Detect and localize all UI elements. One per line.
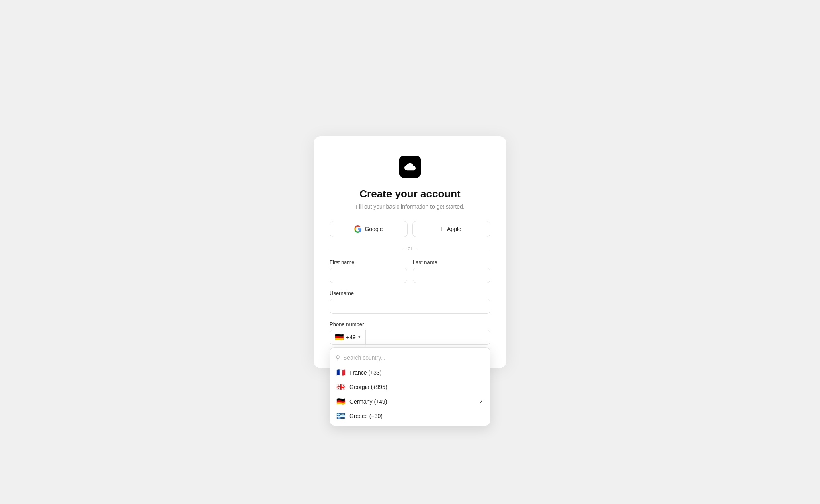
divider: or [330, 245, 490, 251]
flag-france: 🇫🇷 [336, 369, 345, 376]
country-item-greece[interactable]: 🇬🇷 Greece (+30) [330, 409, 490, 423]
username-label: Username [330, 290, 490, 296]
first-name-group: First name [330, 259, 407, 283]
country-name-greece: Greece (+30) [349, 413, 383, 419]
cloud-icon [404, 161, 416, 172]
page-subtitle: Fill out your basic information to get s… [330, 203, 490, 210]
first-name-label: First name [330, 259, 407, 265]
phone-code-display: +49 [346, 334, 356, 340]
divider-left [330, 248, 403, 248]
username-group: Username [330, 290, 490, 314]
country-search-input[interactable] [343, 354, 484, 361]
phone-code-button[interactable]: 🇩🇪 +49 ▾ [330, 330, 366, 344]
google-icon [354, 225, 361, 233]
logo-wrap [330, 156, 490, 178]
last-name-input[interactable] [413, 268, 490, 283]
app-logo [399, 156, 421, 178]
phone-row: 🇩🇪 +49 ▾ [330, 330, 490, 345]
flag-germany: 🇩🇪 [336, 398, 345, 405]
last-name-group: Last name [413, 259, 490, 283]
country-name-germany: Germany (+49) [349, 398, 387, 405]
country-item-georgia[interactable]: 🇬🇪 Georgia (+995) [330, 380, 490, 394]
name-row: First name Last name [330, 259, 490, 283]
google-label: Google [365, 226, 383, 232]
dropdown-search-row: ⚲ [330, 352, 490, 365]
google-button[interactable]: Google [330, 221, 408, 237]
country-item-germany[interactable]: 🇩🇪 Germany (+49) ✓ [330, 394, 490, 409]
country-dropdown: ⚲ 🇫🇷 France (+33) 🇬🇪 Georgia (+995) 🇩🇪 G… [330, 347, 490, 426]
phone-input[interactable] [366, 330, 490, 344]
apple-icon:  [441, 226, 444, 232]
phone-group: Phone number 🇩🇪 +49 ▾ ⚲ 🇫🇷 France (+33) … [330, 321, 490, 345]
apple-button[interactable]:  Apple [412, 221, 490, 237]
flag-georgia: 🇬🇪 [336, 384, 345, 390]
first-name-input[interactable] [330, 268, 407, 283]
last-name-label: Last name [413, 259, 490, 265]
country-name-france: France (+33) [349, 369, 382, 376]
selected-flag: 🇩🇪 [335, 334, 344, 340]
country-item-france[interactable]: 🇫🇷 France (+33) [330, 365, 490, 380]
signup-card: Create your account Fill out your basic … [314, 136, 506, 368]
chevron-down-icon: ▾ [358, 334, 361, 340]
username-input[interactable] [330, 299, 490, 314]
apple-label: Apple [447, 226, 461, 232]
selected-check-icon: ✓ [479, 398, 484, 405]
flag-greece: 🇬🇷 [336, 413, 345, 419]
divider-text: or [408, 245, 412, 251]
divider-right [417, 248, 490, 248]
social-buttons: Google  Apple [330, 221, 490, 237]
page-title: Create your account [330, 188, 490, 200]
country-name-georgia: Georgia (+995) [349, 384, 387, 390]
search-icon: ⚲ [336, 354, 340, 361]
phone-label: Phone number [330, 321, 490, 327]
